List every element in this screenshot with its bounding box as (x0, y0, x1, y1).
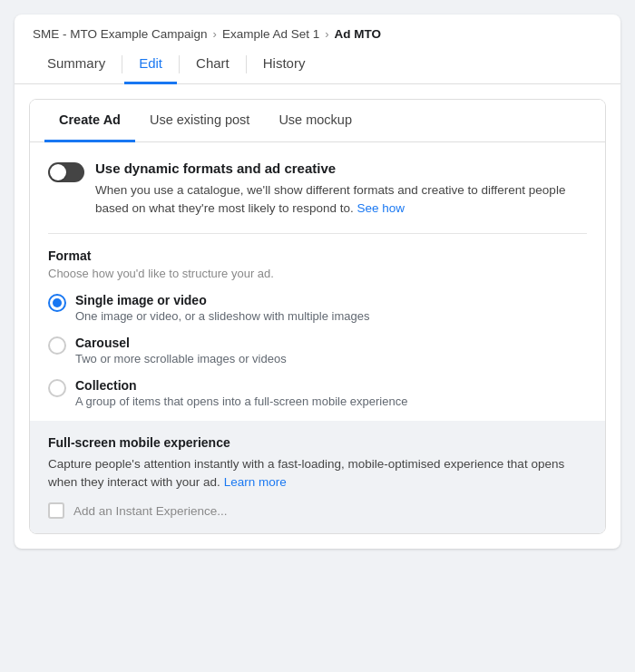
add-instant-label: Add an Instant Experience... (73, 504, 228, 518)
breadcrumb: SME - MTO Example Campaign › Example Ad … (15, 15, 620, 41)
tab-divider-1 (122, 55, 122, 73)
breadcrumb-sep1: › (213, 27, 217, 41)
format-description: Choose how you'd like to structure your … (48, 267, 587, 280)
radio-inner-single (53, 298, 62, 307)
inner-card: Create Ad Use existing post Use mockup U… (29, 99, 606, 534)
add-instant-checkbox[interactable] (48, 502, 64, 519)
main-card: SME - MTO Example Campaign › Example Ad … (15, 15, 620, 549)
breadcrumb-part2: Example Ad Set 1 (222, 27, 319, 41)
radio-label-carousel: Carousel Two or more scrollable images o… (75, 336, 287, 365)
dynamic-formats-row: Use dynamic formats and ad creative When… (48, 161, 587, 219)
tab-summary[interactable]: Summary (33, 44, 120, 84)
inner-tab-existing-post[interactable]: Use existing post (135, 100, 264, 142)
add-instant-row: Add an Instant Experience... (48, 502, 587, 519)
top-tabs: Summary Edit Chart History (15, 44, 620, 84)
tab-edit[interactable]: Edit (124, 44, 177, 84)
inner-tab-mockup[interactable]: Use mockup (264, 100, 366, 142)
inner-tab-create-ad[interactable]: Create Ad (44, 100, 135, 142)
radio-carousel[interactable]: Carousel Two or more scrollable images o… (48, 336, 587, 365)
radio-label-single: Single image or video One image or video… (75, 293, 369, 323)
dynamic-formats-description: When you use a catalogue, we'll show dif… (95, 181, 587, 219)
fullscreen-title: Full-screen mobile experience (48, 435, 587, 450)
tab-divider-2 (179, 55, 180, 73)
radio-collection[interactable]: Collection A group of items that opens i… (48, 378, 587, 408)
format-title: Format (48, 248, 587, 263)
breadcrumb-sep2: › (325, 27, 328, 41)
toggle-knob (50, 164, 66, 180)
inner-content: Use dynamic formats and ad creative When… (30, 142, 605, 533)
dynamic-formats-text: Use dynamic formats and ad creative When… (95, 161, 587, 219)
fullscreen-section: Full-screen mobile experience Capture pe… (30, 421, 605, 534)
inner-tabs: Create Ad Use existing post Use mockup (30, 100, 605, 142)
radio-label-collection: Collection A group of items that opens i… (75, 378, 407, 408)
dynamic-formats-toggle[interactable] (48, 162, 84, 182)
section-divider-1 (48, 233, 587, 234)
radio-circle-single (48, 294, 66, 312)
fullscreen-learn-more-link[interactable]: Learn more (224, 475, 287, 489)
tab-history[interactable]: History (249, 44, 320, 84)
tab-chart[interactable]: Chart (181, 44, 244, 84)
tab-divider-3 (246, 55, 247, 73)
radio-circle-collection (48, 379, 66, 397)
format-section: Format Choose how you'd like to structur… (48, 248, 587, 408)
dynamic-formats-title: Use dynamic formats and ad creative (95, 161, 587, 176)
fullscreen-description: Capture people's attention instantly wit… (48, 455, 587, 492)
breadcrumb-part1: SME - MTO Example Campaign (33, 27, 208, 41)
dynamic-formats-link[interactable]: See how (357, 201, 405, 215)
radio-single-image[interactable]: Single image or video One image or video… (48, 293, 587, 323)
radio-circle-carousel (48, 336, 66, 355)
breadcrumb-part3: Ad MTO (335, 27, 382, 41)
